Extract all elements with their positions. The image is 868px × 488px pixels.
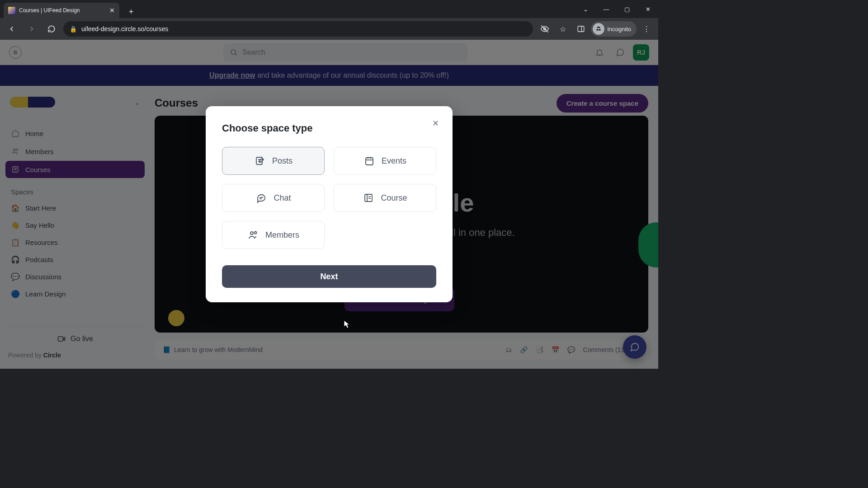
events-icon xyxy=(363,155,375,167)
svg-point-5 xyxy=(599,29,601,31)
tracking-icon[interactable] xyxy=(537,21,553,37)
type-label: Posts xyxy=(272,156,292,166)
space-type-posts[interactable]: Posts xyxy=(222,147,325,175)
chat-icon xyxy=(255,192,267,204)
side-panel-icon[interactable] xyxy=(573,21,589,37)
svg-point-31 xyxy=(250,232,253,235)
tab-favicon xyxy=(8,7,15,14)
maximize-icon[interactable]: ▢ xyxy=(617,0,637,18)
url-text: uifeed-design.circle.so/courses xyxy=(81,25,168,33)
lock-icon: 🔒 xyxy=(70,26,77,33)
course-icon xyxy=(363,192,374,204)
close-modal-button[interactable]: ✕ xyxy=(428,116,443,131)
svg-point-32 xyxy=(254,232,256,234)
browser-tab-strip: Courses | UIFeed Design ✕ + ⌄ — ▢ ✕ xyxy=(0,0,658,18)
type-label: Chat xyxy=(274,193,291,203)
members-icon xyxy=(247,229,259,241)
window-controls: ⌄ — ▢ ✕ xyxy=(575,0,658,18)
next-button[interactable]: Next xyxy=(222,265,436,288)
browser-tab[interactable]: Courses | UIFeed Design ✕ xyxy=(4,3,119,18)
modal-title: Choose space type xyxy=(222,122,436,134)
forward-button[interactable] xyxy=(24,21,40,37)
close-tab-icon[interactable]: ✕ xyxy=(109,7,115,14)
type-label: Events xyxy=(382,156,406,166)
reload-button[interactable] xyxy=(43,21,60,37)
app-viewport: Search RJ Upgrade now and take advantage… xyxy=(0,40,658,369)
minimize-icon[interactable]: — xyxy=(596,0,617,18)
svg-rect-2 xyxy=(578,26,584,32)
type-label: Course xyxy=(381,193,407,203)
space-type-events[interactable]: Events xyxy=(334,147,436,175)
close-window-icon[interactable]: ✕ xyxy=(637,0,658,18)
space-type-members[interactable]: Members xyxy=(222,221,325,249)
space-type-course[interactable]: Course xyxy=(334,184,436,212)
svg-rect-27 xyxy=(365,194,372,202)
svg-rect-21 xyxy=(366,158,373,165)
browser-menu-icon[interactable]: ⋮ xyxy=(638,21,655,37)
posts-icon xyxy=(254,155,266,167)
address-bar[interactable]: 🔒 uifeed-design.circle.so/courses xyxy=(63,21,533,37)
incognito-icon xyxy=(593,23,604,35)
type-label: Members xyxy=(265,230,299,240)
incognito-indicator[interactable]: Incognito xyxy=(591,21,637,37)
browser-toolbar: 🔒 uifeed-design.circle.so/courses ☆ Inco… xyxy=(0,18,658,40)
space-type-chat[interactable]: Chat xyxy=(222,184,325,212)
choose-space-type-modal: Choose space type ✕ Posts Events Chat Co… xyxy=(206,106,453,302)
incognito-label: Incognito xyxy=(607,26,631,33)
svg-point-4 xyxy=(597,29,599,31)
back-button[interactable] xyxy=(4,21,20,37)
tab-title: Courses | UIFeed Design xyxy=(19,7,106,14)
tab-search-icon[interactable]: ⌄ xyxy=(575,0,596,18)
bookmark-icon[interactable]: ☆ xyxy=(555,21,571,37)
new-tab-button[interactable]: + xyxy=(125,5,137,18)
